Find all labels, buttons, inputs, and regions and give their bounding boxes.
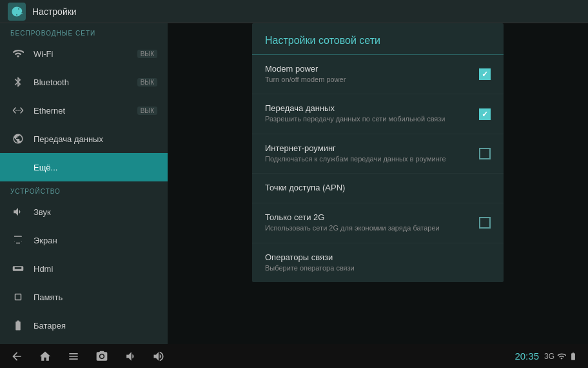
operators-subtitle: Выберите оператора связи <box>265 263 491 273</box>
ethernet-label: Ethernet <box>34 106 137 116</box>
bluetooth-icon <box>10 74 26 90</box>
battery-label: Батарея <box>34 321 157 331</box>
section-header-device: УСТРОЙСТВО <box>0 181 168 198</box>
roaming-subtitle: Подключаться к службам передачи данных в… <box>265 154 473 164</box>
more-label: Ещё... <box>34 163 157 172</box>
sound-icon <box>10 204 26 220</box>
roaming-checkbox[interactable] <box>479 148 491 159</box>
data-icon <box>10 131 26 147</box>
bluetooth-badge: ВЫК <box>137 78 157 87</box>
data-transfer-checkbox[interactable] <box>479 108 491 120</box>
bottom-right: 20:35 3G <box>514 351 578 362</box>
operators-title: Операторы связи <box>265 252 491 262</box>
screen-label: Экран <box>34 236 157 245</box>
dialog-content: Modem power Turn on/off modem power Пере… <box>252 55 504 282</box>
recents-button[interactable] <box>67 350 80 363</box>
data-transfer-subtitle: Разрешить передачу данных по сети мобиль… <box>265 114 473 124</box>
ethernet-badge: ВЫК <box>137 107 157 115</box>
modem-power-text: Modem power Turn on/off modem power <box>265 64 473 85</box>
data-label: Передача данных <box>34 134 157 144</box>
dialog-row-modem-power[interactable]: Modem power Turn on/off modem power <box>252 55 504 94</box>
2g-title: Только сети 2G <box>265 212 473 222</box>
2g-checkbox[interactable] <box>479 217 491 229</box>
sidebar-item-sound[interactable]: Звук <box>0 198 168 226</box>
2g-subtitle: Использовать сети 2G для экономии заряда… <box>265 223 473 233</box>
hdmi-icon <box>10 261 26 276</box>
page-title: Настройки <box>32 6 77 17</box>
sidebar-item-memory[interactable]: Память <box>0 283 168 311</box>
memory-label: Память <box>34 292 157 302</box>
wifi-badge: ВЫК <box>137 50 157 58</box>
bottom-nav-icons <box>10 350 165 363</box>
wifi-label: Wi-Fi <box>34 49 137 59</box>
2g-text: Только сети 2G Использовать сети 2G для … <box>265 212 473 233</box>
modem-power-checkbox[interactable] <box>479 68 491 80</box>
app-icon <box>8 3 26 21</box>
volume-up-button[interactable] <box>152 350 165 363</box>
signal-bars-icon <box>557 352 566 361</box>
sidebar-item-ethernet[interactable]: Ethernet ВЫК <box>0 96 168 125</box>
modem-power-subtitle: Turn on/off modem power <box>265 75 473 85</box>
camera-button[interactable] <box>95 350 108 363</box>
dialog-row-operators[interactable]: Операторы связи Выберите оператора связи <box>252 243 504 282</box>
battery-status-icon <box>569 352 578 361</box>
dialog-title: Настройки сотовой сети <box>252 23 504 55</box>
battery-icon <box>10 318 26 333</box>
back-button[interactable] <box>10 350 23 363</box>
sound-label: Звук <box>34 207 157 217</box>
sidebar-item-more[interactable]: Ещё... <box>0 153 168 181</box>
modem-power-title: Modem power <box>265 64 473 74</box>
time-display: 20:35 <box>514 351 539 362</box>
home-button[interactable] <box>39 350 52 363</box>
dialog-row-data-transfer[interactable]: Передача данных Разрешить передачу данны… <box>252 94 504 134</box>
roaming-title: Интернет-роуминг <box>265 143 473 153</box>
more-icon <box>10 159 26 175</box>
sidebar-item-apps[interactable]: Приложения <box>0 340 168 344</box>
volume-down-button[interactable] <box>124 350 137 363</box>
apn-text: Точки доступа (APN) <box>265 183 491 194</box>
wifi-icon <box>10 46 26 61</box>
section-header-wireless: БЕСПРОВОДНЫЕ СЕТИ <box>0 23 168 39</box>
data-transfer-title: Передача данных <box>265 103 473 113</box>
dialog-row-2g[interactable]: Только сети 2G Использовать сети 2G для … <box>252 203 504 243</box>
sidebar-item-wifi[interactable]: Wi-Fi ВЫК <box>0 39 168 68</box>
dialog-row-roaming[interactable]: Интернет-роуминг Подключаться к службам … <box>252 134 504 174</box>
sidebar-item-hdmi[interactable]: Hdmi <box>0 254 168 283</box>
sidebar-item-data[interactable]: Передача данных <box>0 125 168 153</box>
signal-badge: 3G <box>544 352 554 361</box>
sidebar-item-battery[interactable]: Батарея <box>0 311 168 340</box>
memory-icon <box>10 289 26 305</box>
top-bar: Настройки <box>0 0 588 23</box>
sidebar-item-screen[interactable]: Экран <box>0 226 168 254</box>
operators-text: Операторы связи Выберите оператора связи <box>265 252 491 273</box>
sidebar: БЕСПРОВОДНЫЕ СЕТИ Wi-Fi ВЫК Bluetooth ВЫ… <box>0 23 168 344</box>
dialog-row-apn[interactable]: Точки доступа (APN) <box>252 174 504 203</box>
roaming-text: Интернет-роуминг Подключаться к службам … <box>265 143 473 164</box>
main-layout: БЕСПРОВОДНЫЕ СЕТИ Wi-Fi ВЫК Bluetooth ВЫ… <box>0 23 588 344</box>
bottom-bar: 20:35 3G <box>0 344 588 368</box>
dialog-overlay: Настройки сотовой сети Modem power Turn … <box>168 23 588 344</box>
apn-title: Точки доступа (APN) <box>265 183 491 192</box>
hdmi-label: Hdmi <box>34 264 157 274</box>
ethernet-icon <box>10 103 26 118</box>
sidebar-item-bluetooth[interactable]: Bluetooth ВЫК <box>0 68 168 96</box>
data-transfer-text: Передача данных Разрешить передачу данны… <box>265 103 473 124</box>
signal-icons: 3G <box>544 352 578 361</box>
screen-icon <box>10 232 26 248</box>
dialog: Настройки сотовой сети Modem power Turn … <box>252 23 504 282</box>
content-area: Настройки сотовой сети Modem power Turn … <box>168 23 588 344</box>
bluetooth-label: Bluetooth <box>34 77 137 87</box>
